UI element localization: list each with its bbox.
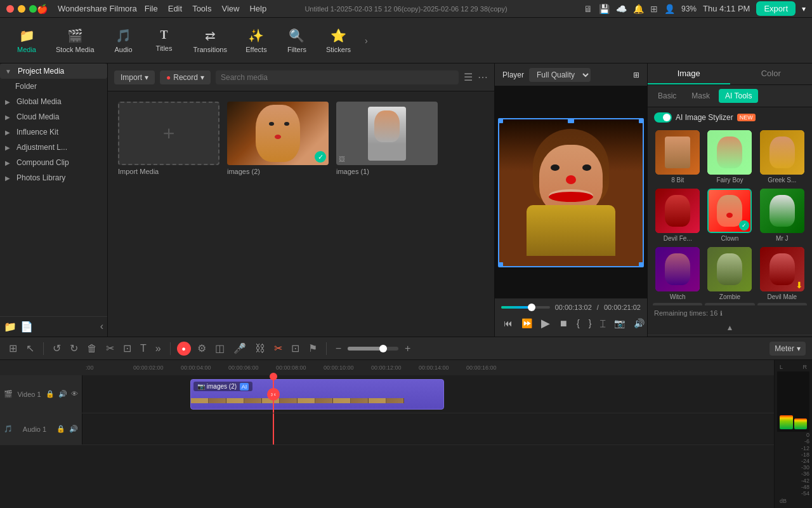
grid-icon[interactable]: ⊞ — [650, 4, 658, 14]
style-item-zombie[interactable]: Zombie — [705, 247, 754, 300]
record-timeline-button[interactable]: ● — [177, 342, 191, 356]
media-thumb-images1[interactable]: 🖼 — [336, 102, 438, 165]
volume-button[interactable]: 🔊 — [631, 317, 647, 330]
tool-transitions[interactable]: ⇄ Transitions — [186, 24, 235, 57]
more-options-icon[interactable]: ⋯ — [478, 71, 488, 83]
scissors-button[interactable]: ✂ — [272, 341, 285, 356]
sidebar-item-project-media[interactable]: ▼ Project Media — [0, 64, 107, 79]
quality-select[interactable]: Full Quality — [529, 68, 591, 82]
track-audio-body[interactable] — [82, 413, 774, 444]
crop-button[interactable]: ⊡ — [121, 341, 134, 356]
play-button[interactable]: ▶ — [539, 315, 553, 331]
zoom-slider[interactable] — [348, 347, 398, 351]
cut-button[interactable]: ✂ — [103, 341, 117, 356]
ai-stylizer-toggle[interactable] — [654, 112, 672, 123]
select-tool-button[interactable]: ↖ — [23, 341, 37, 356]
connect-button[interactable]: ⛓ — [252, 342, 268, 356]
sidebar-item-global-media[interactable]: ▶ Global Media — [0, 94, 107, 109]
split-audio-button[interactable]: ◫ — [213, 341, 227, 356]
sidebar-collapse-icon[interactable]: ‹ — [100, 321, 103, 333]
sidebar-item-cloud-media[interactable]: ▶ Cloud Media — [0, 109, 107, 124]
progress-thumb[interactable] — [528, 304, 535, 311]
tool-effects[interactable]: ✨ Effects — [237, 24, 275, 57]
close-button[interactable] — [6, 5, 14, 13]
minimize-button[interactable] — [18, 5, 25, 13]
resize-handle-tr[interactable] — [639, 118, 644, 123]
tool-filters[interactable]: 🔍 Filters — [278, 24, 316, 57]
style-item-witch[interactable]: Witch — [653, 247, 702, 300]
mark-in-button[interactable]: { — [574, 317, 582, 330]
skip-back-button[interactable]: ⏮ — [501, 317, 515, 330]
tool-stock-media[interactable]: 🎬 Stock Media — [48, 24, 102, 57]
marker-button[interactable]: ⚑ — [306, 341, 320, 356]
zoom-out-button[interactable]: − — [333, 342, 344, 356]
menu-help[interactable]: Help — [249, 4, 266, 13]
list-item[interactable]: ✓ images (2) — [227, 102, 329, 175]
info-icon[interactable]: ℹ — [720, 310, 723, 317]
tool-titles[interactable]: T Titles — [145, 25, 183, 56]
mic-button[interactable]: 🎤 — [231, 341, 249, 356]
record-button[interactable]: ● Record ▾ — [160, 70, 211, 84]
save-icon[interactable]: 💾 — [599, 4, 610, 14]
mute-icon[interactable]: 🔊 — [58, 390, 67, 398]
sidebar-item-folder[interactable]: Folder — [0, 79, 107, 94]
stop-button[interactable]: ⏹ — [556, 317, 570, 330]
settings-button[interactable]: ⚙ — [195, 341, 209, 356]
resize-handle-top[interactable] — [568, 118, 574, 123]
export-button[interactable]: Export — [756, 1, 796, 16]
add-folder-icon[interactable]: 📁 — [4, 321, 16, 333]
more-tools-button[interactable]: » — [153, 342, 164, 356]
bell-icon[interactable]: 🔔 — [633, 4, 644, 14]
group-button[interactable]: ⊡ — [289, 341, 302, 356]
menu-view[interactable]: View — [221, 4, 239, 13]
meter-button[interactable]: Meter ▾ — [769, 342, 806, 356]
timeline-ruler[interactable]: :00 00:00:02:00 00:00:04:00 00:00:06:00 … — [0, 360, 774, 375]
export-arrow-icon[interactable]: ▾ — [802, 4, 806, 13]
toolbar-more-arrow[interactable]: › — [361, 32, 372, 50]
media-search-input[interactable] — [216, 70, 459, 84]
eye-icon[interactable]: 👁 — [71, 390, 78, 398]
maximize-button[interactable] — [29, 5, 37, 13]
clip-button[interactable]: ⌶ — [598, 317, 608, 330]
subtab-mask[interactable]: Mask — [685, 89, 716, 103]
style-item-mr-j[interactable]: Mr J — [757, 189, 807, 242]
tool-audio[interactable]: 🎵 Audio — [105, 24, 143, 57]
text-button[interactable]: T — [138, 342, 149, 356]
menu-edit[interactable]: Edit — [168, 4, 182, 13]
style-item-greek-s[interactable]: Greek S... — [757, 130, 807, 184]
audio-mute-icon[interactable]: 🔊 — [69, 425, 78, 433]
filter-icon[interactable]: ☰ — [464, 71, 473, 83]
menu-tools[interactable]: Tools — [192, 4, 211, 13]
slow-motion-button[interactable]: ⏩ — [519, 317, 535, 330]
mark-out-button[interactable]: } — [586, 317, 594, 330]
snapshot-button[interactable]: 📷 — [612, 317, 627, 330]
monitor-icon[interactable]: 🖥 — [584, 4, 593, 14]
add-media-icon[interactable]: 📄 — [20, 321, 33, 333]
style-item-clown[interactable]: ✓ Clown — [705, 189, 754, 242]
lock-icon[interactable]: 🔒 — [46, 390, 55, 398]
cloud-icon[interactable]: ☁️ — [616, 4, 627, 14]
sidebar-item-compound-clip[interactable]: ▶ Compound Clip — [0, 155, 107, 170]
menu-file[interactable]: File — [145, 4, 158, 13]
redo-button[interactable]: ↻ — [67, 341, 81, 356]
tool-media[interactable]: 📁 Media — [8, 24, 46, 57]
collapse-arrow[interactable]: ▲ — [648, 321, 812, 335]
user-icon[interactable]: 👤 — [664, 4, 675, 14]
delete-button[interactable]: 🗑 — [84, 342, 100, 356]
sidebar-item-photos-library[interactable]: ▶ Photos Library — [0, 170, 107, 185]
style-item-8bit[interactable]: 8 Bit — [653, 130, 702, 184]
style-item-devil-fe[interactable]: Devil Fe... — [653, 189, 702, 242]
track-video-body[interactable]: 📷 images (2) AI ✂ — [82, 375, 774, 413]
tool-stickers[interactable]: ⭐ Stickers — [318, 24, 358, 57]
sidebar-item-influence-kit[interactable]: ▶ Influence Kit — [0, 124, 107, 140]
tab-image[interactable]: Image — [648, 64, 730, 84]
list-item[interactable]: + Import Media — [118, 102, 219, 175]
add-track-button[interactable]: ⊞ — [6, 341, 20, 356]
media-thumb-images2[interactable]: ✓ — [227, 102, 329, 165]
style-item-devil-male[interactable]: ⬇ Devil Male — [757, 247, 807, 300]
sidebar-item-adjustment[interactable]: ▶ Adjustment L... — [0, 140, 107, 155]
audio-lock-icon[interactable]: 🔒 — [56, 425, 65, 433]
video-clip[interactable]: 📷 images (2) AI ✂ — [190, 379, 444, 410]
subtab-basic[interactable]: Basic — [652, 89, 683, 103]
resize-handle-tl[interactable] — [498, 118, 503, 123]
